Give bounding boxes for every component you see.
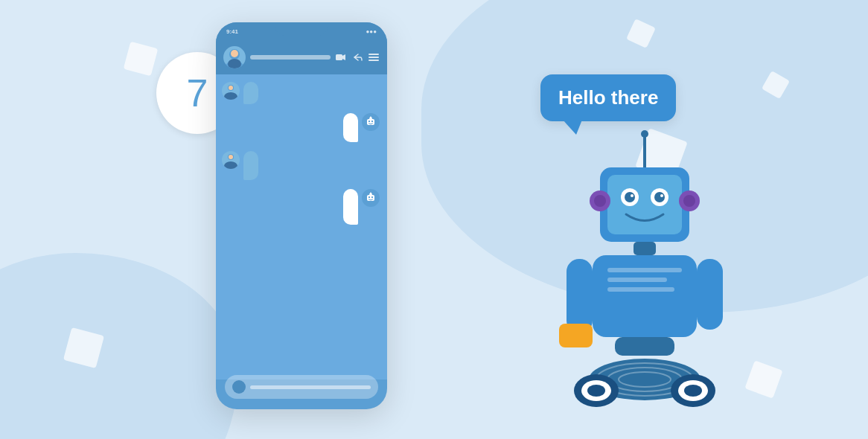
message-row-4	[222, 189, 381, 225]
svg-point-2	[231, 50, 238, 57]
bg-blob-2	[0, 253, 238, 439]
chat-input-bar[interactable]	[225, 375, 378, 399]
svg-point-36	[594, 195, 606, 207]
bot-avatar-1	[362, 113, 380, 131]
video-call-icon[interactable]	[335, 51, 347, 63]
phone-notch	[275, 22, 328, 36]
svg-rect-8	[368, 60, 379, 61]
svg-point-26	[641, 130, 648, 138]
chat-header-name-bar	[250, 55, 331, 60]
svg-rect-46	[697, 259, 723, 330]
svg-rect-40	[593, 255, 697, 337]
message-row-2	[222, 113, 381, 142]
chat-contact-avatar	[223, 46, 246, 68]
svg-rect-45	[559, 324, 593, 347]
phone-mockup: 9:41 ●●●	[216, 22, 387, 409]
robot-illustration	[533, 126, 756, 424]
chat-body	[216, 74, 387, 379]
msg-avatar-1	[222, 82, 240, 100]
svg-rect-42	[607, 278, 667, 282]
svg-rect-21	[368, 196, 370, 198]
svg-point-32	[654, 192, 665, 202]
msg-avatar-svg-2	[222, 151, 240, 169]
svg-rect-39	[634, 242, 656, 255]
svg-point-34	[660, 194, 663, 197]
msg-bubble-sent-2	[343, 189, 358, 225]
svg-rect-28	[607, 175, 682, 234]
message-row-3	[222, 151, 381, 180]
svg-rect-41	[607, 268, 682, 272]
svg-point-3	[228, 59, 241, 68]
svg-point-11	[229, 86, 233, 90]
svg-point-16	[370, 117, 371, 118]
svg-rect-14	[371, 121, 373, 122]
bot-avatar-2	[362, 189, 380, 207]
svg-rect-6	[368, 54, 379, 55]
msg-bubble-received-2	[243, 151, 258, 180]
svg-marker-5	[342, 54, 345, 60]
message-row-1	[222, 82, 381, 104]
status-icons: ●●●	[366, 28, 377, 35]
svg-point-54	[587, 385, 605, 397]
msg-avatar-2	[222, 151, 240, 169]
svg-point-10	[224, 92, 237, 100]
status-time: 9:41	[226, 28, 238, 35]
speech-bubble-text: Hello there	[558, 86, 658, 109]
svg-rect-43	[607, 287, 674, 292]
msg-bubble-received-1	[243, 82, 258, 104]
svg-point-19	[229, 155, 233, 159]
chat-header	[216, 40, 387, 74]
chat-input-field[interactable]	[250, 385, 371, 389]
menu-icon[interactable]	[368, 51, 380, 63]
avatar-svg	[223, 46, 246, 68]
speech-bubble: Hello there	[540, 74, 676, 121]
right-illustration: Hello there	[496, 37, 808, 424]
input-send-button[interactable]	[232, 380, 246, 394]
msg-avatar-svg-1	[222, 82, 240, 100]
svg-rect-4	[336, 54, 342, 60]
msg-bubble-sent-1	[343, 113, 358, 142]
svg-rect-47	[615, 337, 674, 356]
svg-point-38	[683, 195, 695, 207]
svg-rect-22	[371, 196, 373, 198]
svg-point-57	[684, 385, 702, 397]
floating-cube-1	[124, 42, 159, 77]
svg-rect-13	[368, 121, 370, 122]
svg-rect-44	[567, 259, 593, 333]
robot-svg	[533, 126, 756, 424]
svg-rect-7	[368, 57, 379, 58]
clock-number: 7	[187, 74, 208, 112]
svg-point-33	[631, 194, 634, 197]
svg-point-31	[625, 192, 635, 202]
svg-point-24	[370, 193, 371, 194]
reply-icon[interactable]	[351, 51, 363, 63]
svg-point-18	[224, 161, 237, 169]
